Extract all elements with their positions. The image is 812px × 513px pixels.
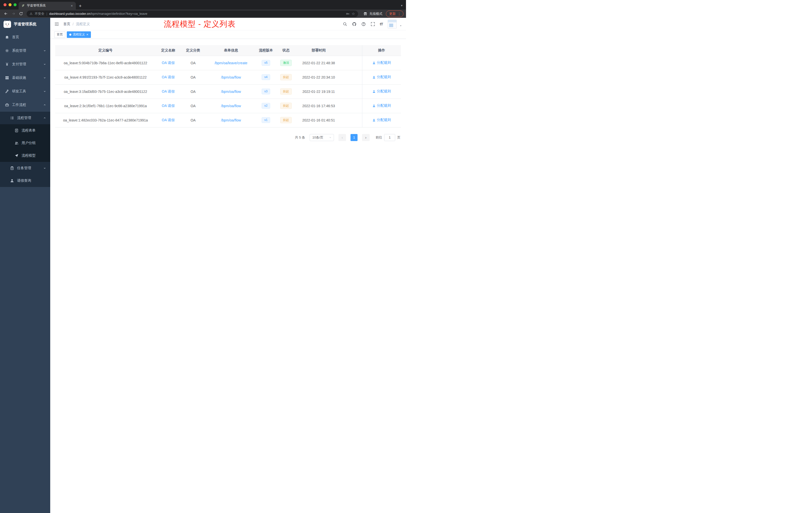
sidebar-item-task-management[interactable]: 任务管理 bbox=[0, 162, 50, 175]
assign-rule-link[interactable]: 分配规则 bbox=[372, 89, 391, 94]
sidebar-item-label: 系统管理 bbox=[12, 49, 26, 53]
incognito-badge: 无痕模式 bbox=[363, 11, 382, 16]
browser-tab[interactable]: 芋道管理系统 × bbox=[19, 2, 76, 9]
incognito-icon bbox=[363, 11, 368, 16]
font-size-icon[interactable]: tT bbox=[380, 22, 383, 26]
help-icon[interactable] bbox=[361, 22, 366, 26]
sidebar-item-process-management[interactable]: 流程管理 bbox=[0, 112, 50, 124]
status-tag: 挂起 bbox=[280, 88, 292, 95]
status-tag: 激活 bbox=[280, 60, 292, 66]
sidebar-item-home[interactable]: 首页 bbox=[0, 30, 50, 44]
prev-page-button[interactable]: ‹ bbox=[339, 134, 346, 141]
sidebar-item-label: 基础设施 bbox=[12, 76, 26, 80]
breadcrumb-home[interactable]: 首页 bbox=[63, 22, 70, 26]
search-icon[interactable] bbox=[343, 22, 347, 26]
table-header-row: 定义编号定义名称定义分类表单信息流程版本状态部署时间操作 bbox=[55, 45, 401, 56]
form-link[interactable]: /bpm/oa/flow bbox=[221, 90, 241, 94]
security-label: 不安全 bbox=[35, 11, 45, 16]
sidebar-logo[interactable]: 芋道管理系统 bbox=[0, 18, 50, 30]
infrastructure-icon bbox=[5, 76, 9, 80]
form-link[interactable]: /bpm/oa/flow bbox=[221, 104, 241, 108]
assign-rule-link[interactable]: 分配规则 bbox=[372, 60, 391, 65]
assign-rule-link[interactable]: 分配规则 bbox=[372, 118, 391, 122]
table-row: oa_leave:5:004b710b-7b8a-11ec-8ef0-acde4… bbox=[55, 56, 401, 70]
definition-name-link[interactable]: OA 请假 bbox=[162, 75, 174, 79]
table-header-filler bbox=[341, 45, 362, 56]
view-tag-首页[interactable]: 首页 bbox=[54, 31, 65, 38]
definition-id: oa_leave:3:1fad3d93-7b75-11ec-a3c8-acde4… bbox=[55, 84, 156, 99]
column-header: 操作 bbox=[362, 45, 401, 56]
tag-label: 流程定义 bbox=[73, 32, 85, 37]
hamburger-icon[interactable] bbox=[54, 22, 59, 27]
top-navbar: 首页 / 流程定义 流程模型 - 定义列表 tT bbox=[50, 18, 406, 30]
bookmark-star-icon[interactable]: ☆ bbox=[352, 11, 355, 16]
pagination: 共 5 条 10条/页 ‹ 1 › 前往 页 bbox=[55, 134, 401, 141]
definition-category: OA bbox=[181, 56, 205, 70]
form-icon bbox=[14, 128, 19, 132]
form-link[interactable]: /bpm/oa/leave/create bbox=[215, 61, 248, 65]
address-bar[interactable]: ⚠ 不安全 | dashboard.yudao.iocoder.cn/bpm/m… bbox=[27, 10, 358, 17]
incognito-label: 无痕模式 bbox=[369, 11, 382, 16]
definition-name-link[interactable]: OA 请假 bbox=[162, 89, 174, 93]
definition-name-link[interactable]: OA 请假 bbox=[162, 61, 174, 65]
sidebar-item-system[interactable]: 系统管理 bbox=[0, 44, 50, 58]
sidebar-item-infrastructure[interactable]: 基础设施 bbox=[0, 71, 50, 85]
column-header: 表单信息 bbox=[205, 45, 257, 56]
sidebar-item-label: 流程模型 bbox=[22, 153, 36, 158]
home-icon bbox=[5, 35, 9, 39]
deploy-time: 2022-01-16 17:46:53 bbox=[297, 99, 341, 113]
sidebar-item-leave-query[interactable]: 请假查询 bbox=[0, 175, 50, 187]
avatar[interactable] bbox=[388, 20, 397, 29]
breadcrumb-separator: / bbox=[72, 22, 74, 26]
user-group-icon bbox=[14, 141, 19, 145]
table-row: oa_leave:2:3c1f0ef1-76b1-11ec-9c66-a2380… bbox=[55, 99, 401, 113]
sidebar-item-payment[interactable]: 支付管理 bbox=[0, 58, 50, 71]
back-button[interactable] bbox=[2, 10, 9, 17]
definition-name-link[interactable]: OA 请假 bbox=[162, 104, 174, 108]
reload-button[interactable] bbox=[18, 10, 24, 17]
deploy-time: 2022-01-22 20:34:10 bbox=[297, 70, 341, 84]
table-row: oa_leave:3:1fad3d93-7b75-11ec-a3c8-acde4… bbox=[55, 84, 401, 99]
sidebar-item-process-form[interactable]: 流程表单 bbox=[0, 124, 50, 137]
chrome-update-button[interactable]: 更新 ⋮ bbox=[386, 10, 404, 17]
new-tab-button[interactable]: + bbox=[79, 3, 82, 8]
column-header: 定义编号 bbox=[55, 45, 156, 56]
sidebar-item-process-model[interactable]: 流程模型 bbox=[0, 149, 50, 162]
password-key-icon[interactable] bbox=[346, 12, 350, 16]
minimize-window-button[interactable] bbox=[8, 3, 11, 6]
process-management-icon bbox=[10, 116, 14, 120]
view-tag-流程定义[interactable]: 流程定义× bbox=[67, 31, 91, 38]
maximize-window-button[interactable] bbox=[13, 3, 17, 6]
table-row: oa_leave:4:991f2193-7b7f-11ec-a3c8-acde4… bbox=[55, 70, 401, 84]
table-row: oa_leave:1:482ec033-762a-11ec-8477-a2380… bbox=[55, 113, 401, 127]
form-link[interactable]: /bpm/oa/flow bbox=[221, 118, 241, 122]
browser-menu-kebab-icon[interactable]: ⋮ bbox=[398, 12, 401, 16]
filler-cell bbox=[341, 99, 362, 113]
sidebar-item-user-group[interactable]: 用户分组 bbox=[0, 137, 50, 149]
fullscreen-icon[interactable] bbox=[371, 22, 375, 26]
close-icon[interactable]: × bbox=[86, 33, 88, 36]
close-tab-icon[interactable]: × bbox=[70, 4, 73, 8]
definition-name-link[interactable]: OA 请假 bbox=[162, 118, 174, 122]
assign-rule-link[interactable]: 分配规则 bbox=[372, 103, 391, 108]
close-window-button[interactable] bbox=[3, 3, 6, 6]
workflow-icon bbox=[5, 103, 9, 107]
sidebar-item-workflow[interactable]: 工作流程 bbox=[0, 98, 50, 112]
yen-icon bbox=[5, 62, 9, 66]
form-link[interactable]: /bpm/oa/flow bbox=[221, 75, 241, 79]
next-page-button[interactable]: › bbox=[362, 134, 370, 141]
assign-rule-link[interactable]: 分配规则 bbox=[372, 75, 391, 79]
goto-label: 前往 bbox=[376, 135, 382, 140]
github-icon[interactable] bbox=[352, 22, 356, 26]
user-icon bbox=[10, 179, 14, 183]
page-1-button[interactable]: 1 bbox=[350, 134, 357, 141]
goto-page-input[interactable] bbox=[384, 134, 395, 141]
deploy-time: 2022-01-22 21:48:38 bbox=[297, 56, 341, 70]
tab-search-chevron-icon[interactable]: ▾ bbox=[401, 4, 403, 7]
version-tag: v3 bbox=[262, 89, 270, 95]
forward-button[interactable] bbox=[10, 10, 17, 17]
page-size-select[interactable]: 10条/页 bbox=[310, 134, 334, 141]
sidebar-item-devtools[interactable]: 研发工具 bbox=[0, 85, 50, 98]
chevron-down-icon[interactable] bbox=[400, 25, 402, 27]
url-path: /bpm/manager/definition?key=oa_leave bbox=[90, 12, 147, 16]
